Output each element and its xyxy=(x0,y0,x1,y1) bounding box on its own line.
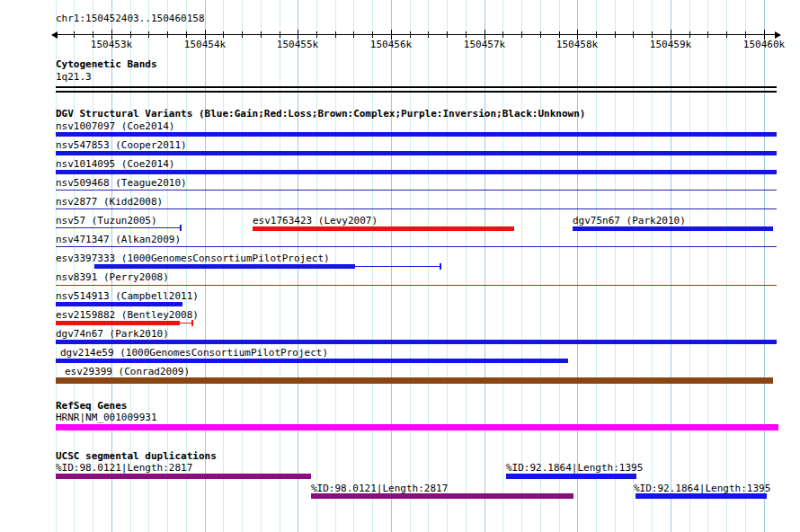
feature-bar-segdup-92-a[interactable] xyxy=(506,474,636,479)
feature-bar-segdup-98-b[interactable] xyxy=(311,493,573,499)
segdup-track: %ID:98.0121|Length:2817%ID:92.1864|Lengt… xyxy=(0,0,800,532)
feature-label-segdup-98-b[interactable]: %ID:98.0121|Length:2817 xyxy=(311,483,448,493)
genome-browser: 150453k150454k150455k150456k150457k15045… xyxy=(0,0,800,532)
feature-bar-segdup-98-a[interactable] xyxy=(56,474,311,479)
feature-label-segdup-92-b[interactable]: %ID:92.1864|Length:1395 xyxy=(634,483,770,493)
feature-bar-segdup-92-b[interactable] xyxy=(636,493,767,499)
feature-label-segdup-98-a[interactable]: %ID:98.0121|Length:2817 xyxy=(56,463,192,473)
feature-label-segdup-92-a[interactable]: %ID:92.1864|Length:1395 xyxy=(506,463,643,473)
